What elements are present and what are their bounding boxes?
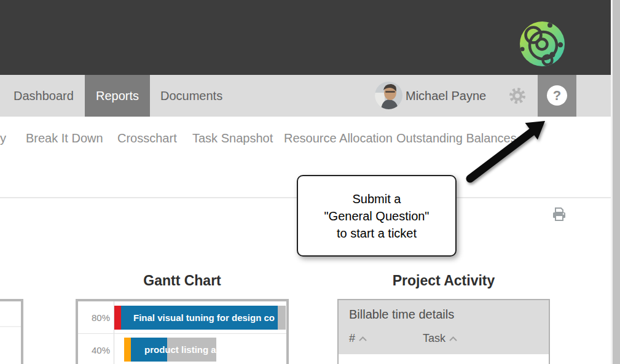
annotation-arrow-icon xyxy=(455,112,553,187)
sort-asc-chevron-icon xyxy=(359,336,367,341)
column-label: # xyxy=(349,332,355,345)
gantt-bar: Final visual tuning for design co xyxy=(114,306,286,330)
project-activity-panel: Billable time details # Task xyxy=(337,299,550,364)
left-panel-row-divider xyxy=(0,326,21,327)
gantt-percent-label: 80% xyxy=(78,301,110,334)
primary-nav: Dashboard Reports Documents Michael Payn… xyxy=(0,75,611,117)
gantt-chart-title: Gantt Chart xyxy=(76,273,289,289)
subnav-item-cutoff[interactable]: y xyxy=(0,130,6,147)
subnav-item-task-snapshot[interactable]: Task Snapshot xyxy=(192,130,273,147)
annotation-callout: Submit a "General Question" to start a t… xyxy=(297,175,457,257)
column-label: Task xyxy=(423,332,445,345)
subnav-item-crosschart[interactable]: Crosschart xyxy=(117,130,177,147)
scrollbar-thumb[interactable] xyxy=(613,0,620,364)
orbital-circles-logo-icon xyxy=(520,21,565,66)
callout-text-line: to start a ticket xyxy=(337,225,417,242)
column-header-task[interactable]: Task xyxy=(423,332,457,345)
gantt-bar: product listing a xyxy=(124,338,216,362)
project-activity-title: Project Activity xyxy=(337,273,551,289)
sort-asc-chevron-icon xyxy=(449,336,457,341)
tab-documents[interactable]: Documents xyxy=(160,75,222,117)
question-mark-icon: ? xyxy=(547,85,567,106)
gantt-bar-done-segment: Final visual tuning for design co xyxy=(121,306,278,330)
activity-table-header: Billable time details # Task xyxy=(339,300,549,354)
gantt-bar-lead-segment xyxy=(124,338,131,362)
gantt-row: 40% product listing a xyxy=(78,334,286,364)
subnav-item-break-it-down[interactable]: Break It Down xyxy=(26,130,103,147)
activity-table-title: Billable time details xyxy=(349,308,454,322)
tab-reports[interactable]: Reports xyxy=(85,75,150,117)
help-button[interactable]: ? xyxy=(538,75,576,117)
gantt-chart-panel: 80% Final visual tuning for design co 40… xyxy=(76,299,289,364)
gantt-task-label: Final visual tuning for design co xyxy=(121,306,278,330)
callout-text-line: "General Question" xyxy=(324,207,430,225)
gantt-bar-lead-segment xyxy=(114,306,121,330)
gantt-task-label: product listing a xyxy=(144,338,216,362)
left-panel-cutoff xyxy=(0,299,23,364)
app-header xyxy=(0,0,611,75)
column-header-number[interactable]: # xyxy=(349,332,367,345)
printer-icon[interactable] xyxy=(551,207,567,223)
scrollbar-track[interactable] xyxy=(611,0,620,364)
gantt-row: 80% Final visual tuning for design co xyxy=(78,301,286,334)
avatar-photo xyxy=(375,82,402,109)
user-avatar[interactable] xyxy=(375,82,402,109)
gantt-percent-label: 40% xyxy=(78,334,110,364)
user-name[interactable]: Michael Payne xyxy=(406,75,486,117)
page: Dashboard Reports Documents Michael Payn… xyxy=(0,0,620,364)
gear-icon[interactable] xyxy=(509,87,526,104)
subnav-item-resource-allocation[interactable]: Resource Allocation xyxy=(284,130,393,147)
tab-dashboard[interactable]: Dashboard xyxy=(14,75,74,117)
callout-text-line: Submit a xyxy=(353,190,401,207)
gantt-bar-remaining-segment xyxy=(278,306,286,330)
